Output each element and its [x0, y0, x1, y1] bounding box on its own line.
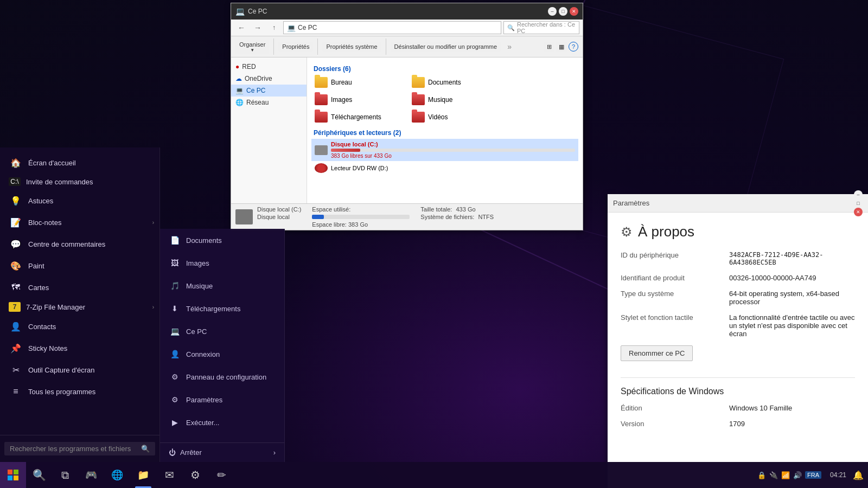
home-icon: 🏠	[9, 156, 23, 170]
folder-videos[interactable]: Vidéos	[409, 110, 503, 125]
start-menu-item-feedback[interactable]: 💬 Centre de commentaires	[0, 233, 159, 255]
free-label: Espace libre: 383 Go	[312, 221, 410, 228]
start-menu-item-sticky[interactable]: 📌 Sticky Notes	[0, 337, 159, 359]
folder-images[interactable]: Images	[311, 92, 406, 107]
svg-rect-2	[8, 476, 12, 480]
right-item-telechargements[interactable]: ⬇ Téléchargements	[160, 297, 284, 320]
close-button[interactable]: ✕	[570, 7, 578, 16]
settings-maximize-button[interactable]: □	[854, 199, 863, 208]
right-item-documents[interactable]: 📄 Documents	[160, 229, 284, 252]
proprietes-systeme-button[interactable]: Propriétés système	[322, 42, 381, 52]
search-icon: 🔍	[33, 468, 46, 481]
taskbar-taskview[interactable]: ⧉	[52, 462, 78, 488]
folder-documents[interactable]: Documents	[409, 75, 503, 90]
security-icon: 🔒	[757, 471, 766, 479]
start-menu-item-7zip[interactable]: 7 7-Zip File Manager ›	[0, 298, 159, 316]
organiser-button[interactable]: Organiser ▼	[235, 40, 269, 54]
right-item-label: Panneau de configuration	[186, 373, 266, 381]
pen-value: La fonctionnalité d'entrée tactile ou av…	[729, 313, 855, 338]
stop-label: Arrêter	[180, 448, 202, 457]
start-menu-item-paint[interactable]: 🎨 Paint	[0, 255, 159, 277]
desinstaller-label: Désinstaller ou modifier un programme	[394, 43, 497, 50]
sidebar-label: Réseau	[246, 99, 269, 106]
right-item-cepc[interactable]: 💻 Ce PC	[160, 320, 284, 343]
view-btn[interactable]: ▦	[556, 42, 567, 52]
app-label: Contacts	[28, 323, 56, 331]
product-id-value: 00326-10000-00000-AA749	[729, 274, 855, 282]
pc-sidebar-icon: 💻	[235, 87, 244, 94]
right-item-images[interactable]: 🖼 Images	[160, 252, 284, 274]
view-details-button[interactable]: ⊞	[544, 42, 554, 52]
ribbon-separator	[386, 38, 386, 55]
taskbar-pen[interactable]: ✏	[208, 462, 234, 488]
pen-label: Stylet et fonction tactile	[621, 313, 729, 338]
minimize-button[interactable]: –	[548, 7, 557, 16]
start-menu-item-cartes[interactable]: 🗺 Cartes	[0, 277, 159, 298]
right-item-parametres[interactable]: ⚙ Paramètres	[160, 388, 284, 411]
taskbar-xbox[interactable]: 🎮	[78, 462, 104, 488]
zip-icon: 7	[9, 302, 21, 312]
pc-icon: 💻	[169, 325, 181, 337]
stop-button[interactable]: ⏻ Arrêter ›	[160, 443, 284, 462]
windows-icon	[8, 470, 18, 480]
search-input[interactable]	[10, 445, 141, 453]
settings-row-product-id: Identifiant de produit 00326-10000-00000…	[621, 274, 855, 282]
back-button[interactable]: ←	[234, 21, 248, 34]
used-text: Espace utilisé:	[312, 206, 350, 213]
notification-icon[interactable]: 🔔	[853, 470, 864, 480]
help-button[interactable]: ?	[569, 42, 578, 52]
taskbar-mail[interactable]: ✉	[156, 462, 182, 488]
right-item-panneau[interactable]: ⚙ Panneau de configuration	[160, 365, 284, 388]
rename-pc-button[interactable]: Renommer ce PC	[621, 345, 693, 361]
taskbar-clock[interactable]: 04:21	[826, 471, 851, 479]
tips-icon: 💡	[9, 194, 23, 208]
start-menu-item-contacts[interactable]: 👤 Contacts	[0, 316, 159, 337]
desinstaller-button[interactable]: Désinstaller ou modifier un programme	[391, 42, 501, 52]
folder-bureau[interactable]: Bureau	[311, 75, 406, 90]
xbox-icon: 🎮	[85, 469, 97, 481]
right-item-executer[interactable]: ▶ Exécuter...	[160, 411, 284, 434]
taskbar-settings[interactable]: ⚙	[182, 462, 208, 488]
devices-grid: Disque local (C:) 383 Go libres sur 433 …	[311, 139, 578, 175]
up-button[interactable]: ↑	[267, 21, 281, 34]
maximize-button[interactable]: □	[559, 7, 567, 16]
sidebar-item-red[interactable]: ● RED	[231, 61, 307, 73]
right-item-musique[interactable]: 🎵 Musique	[160, 274, 284, 297]
sidebar-item-onedrive[interactable]: ☁ OneDrive	[231, 73, 307, 85]
cmd-icon: C:\	[9, 177, 21, 186]
folder-telechargements[interactable]: Téléchargements	[311, 110, 406, 125]
start-menu-item-astuces[interactable]: 💡 Astuces	[0, 190, 159, 211]
red-icon: ●	[235, 63, 239, 70]
search-bar[interactable]: 🔍	[4, 442, 155, 455]
organiser-label: Organiser	[239, 41, 265, 48]
paint-icon: 🎨	[9, 259, 23, 273]
clock-time: 04:21	[830, 471, 846, 479]
version-value: 1709	[729, 420, 855, 428]
taskbar-search[interactable]: 🔍	[26, 462, 52, 488]
right-item-connexion[interactable]: 👤 Connexion	[160, 343, 284, 365]
proprietes-button[interactable]: Propriétés	[278, 42, 313, 52]
start-button[interactable]	[0, 462, 26, 488]
start-menu-item-all[interactable]: ≡ Tous les programmes	[0, 381, 159, 402]
sidebar-item-cepc[interactable]: 💻 Ce PC	[231, 85, 307, 97]
folder-musique[interactable]: Musique	[409, 92, 503, 107]
folder-icon	[315, 94, 328, 105]
settings-titlebar: Paramètres – □ ✕	[608, 194, 868, 213]
start-menu-item-cmd[interactable]: C:\ Invite de commandes	[0, 174, 159, 190]
taskbar-edge[interactable]: 🌐	[104, 462, 130, 488]
disk-dvd[interactable]: Lecteur DVD RW (D:)	[311, 161, 578, 175]
usage-progress	[312, 215, 410, 219]
settings-minimize-button[interactable]: –	[854, 190, 863, 199]
start-menu-item-snip[interactable]: ✂ Outil Capture d'écran	[0, 359, 159, 381]
start-menu-item-bloc[interactable]: 📝 Bloc-notes ›	[0, 211, 159, 233]
disk-detail-info: Disque local (C:) Disque local Espace ut…	[257, 206, 578, 228]
sidebar-item-reseau[interactable]: 🌐 Réseau	[231, 97, 307, 108]
win-specs-title: Spécifications de Windows	[621, 387, 855, 396]
app-label: Cartes	[28, 284, 49, 292]
disk-c[interactable]: Disque local (C:) 383 Go libres sur 433 …	[311, 139, 578, 161]
start-menu-item-ecran[interactable]: 🏠 Écran d'accueil	[0, 152, 159, 174]
breadcrumb[interactable]: 💻 Ce PC	[283, 21, 501, 34]
taskbar-explorer[interactable]: 📁	[130, 462, 156, 488]
search-bar[interactable]: 🔍 Rechercher dans : Ce PC	[503, 21, 579, 34]
forward-button[interactable]: →	[251, 21, 265, 34]
